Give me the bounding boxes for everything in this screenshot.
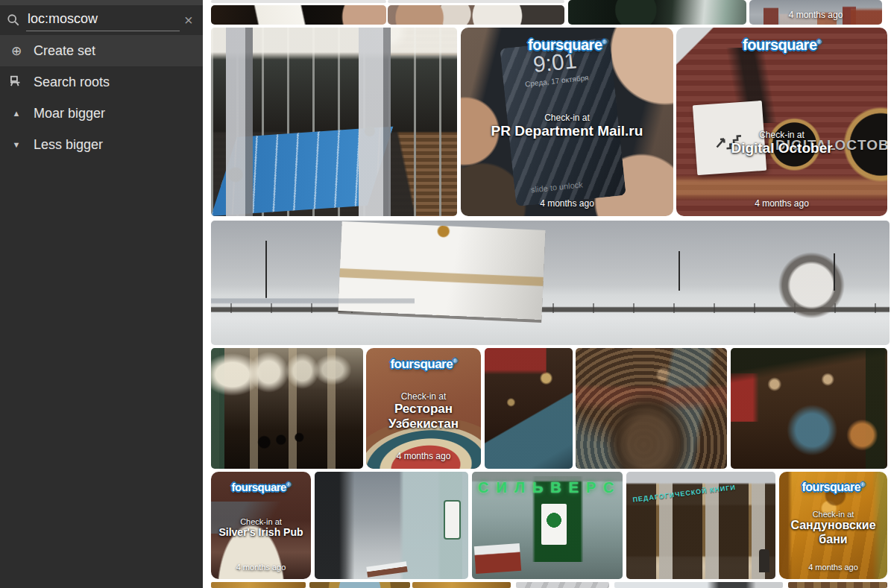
foursquare-logo: foursquare® xyxy=(528,37,606,54)
registered-mark: ® xyxy=(453,358,456,364)
checkin-label: Check-in at xyxy=(785,510,881,519)
search-row: × xyxy=(0,5,203,35)
sidebar-item-label: Moar bigger xyxy=(34,106,105,121)
sidebar: × ⊕ Create set Search roots ▲ Moar bigge… xyxy=(0,0,203,588)
search-input[interactable] xyxy=(26,9,180,31)
photo-sliver xyxy=(211,582,306,588)
photo-tile-restaurant-2[interactable] xyxy=(731,348,887,469)
sidebar-item-search-roots[interactable]: Search roots xyxy=(0,66,203,98)
photo-tile-restaurant-stream[interactable] xyxy=(576,348,727,469)
photo-tile-dark-figure[interactable] xyxy=(568,0,746,25)
venue-name: Ресторан Узбекистан xyxy=(372,402,475,431)
photo-grid: 4 months ago foursquare® 9:01 Среда, 17 … xyxy=(203,0,891,588)
photo-tile-restaurant-1[interactable] xyxy=(485,348,573,469)
photo-tile-bookstore[interactable]: ПЕДАГОГИЧЕСКОЙ КНИГИ xyxy=(626,472,775,579)
easel-stand-icon xyxy=(7,75,25,90)
sidebar-item-label: Search roots xyxy=(34,75,110,90)
photo-sliver xyxy=(614,582,783,588)
sidebar-item-label: Create set xyxy=(34,43,95,59)
foursquare-logo: foursquare® xyxy=(232,481,291,493)
checkin-card-digital-october[interactable]: foursquare® DIGITAL OCTOB Check-in at Di… xyxy=(676,28,887,216)
october-sign-text: OCTOB xyxy=(835,137,887,154)
timestamp: 4 months ago xyxy=(397,451,451,461)
timestamp: 4 months ago xyxy=(808,563,858,572)
neon-sign-text: СИЛЬВЕРС xyxy=(478,479,583,496)
registered-mark: ® xyxy=(286,481,290,488)
sidebar-item-moar-bigger[interactable]: ▲ Moar bigger xyxy=(0,98,203,129)
photo-tile-people[interactable] xyxy=(388,5,564,25)
photo-tile-pub-entrance[interactable]: СИЛЬВЕРС xyxy=(472,472,623,579)
clear-search-icon[interactable]: × xyxy=(180,13,198,28)
photo-sliver xyxy=(309,582,410,588)
checkin-card-silvers[interactable]: foursquare® Check-in at Silver's Irish P… xyxy=(211,472,311,579)
photo-tile-desk[interactable] xyxy=(211,5,386,25)
photo-tile-metro[interactable] xyxy=(211,348,363,469)
circle-plus-icon: ⊕ xyxy=(7,43,25,59)
checkin-text-block: Check-in at Ресторан Узбекистан xyxy=(372,391,475,431)
photo-sliver xyxy=(516,582,609,588)
checkin-card-mailru[interactable]: foursquare® 9:01 Среда, 17 октября slide… xyxy=(461,28,673,216)
photo-tile-cathedral-panorama[interactable] xyxy=(211,221,890,345)
timestamp: 4 months ago xyxy=(540,198,594,209)
phone-unlock-text: slide to unlock xyxy=(531,180,584,195)
photo-tile-pub-alley[interactable] xyxy=(315,472,468,579)
checkin-label: Check-in at xyxy=(731,130,832,140)
registered-mark: ® xyxy=(860,481,864,488)
sidebar-item-label: Less bigger xyxy=(34,137,103,153)
photo-tile-st-basils[interactable]: 4 months ago xyxy=(749,0,882,25)
foursquare-logo: foursquare® xyxy=(802,481,865,494)
foursquare-logo: foursquare® xyxy=(390,357,456,372)
checkin-label: Check-in at xyxy=(491,113,643,123)
photo-tile-mailru-atrium[interactable] xyxy=(211,28,457,216)
sidebar-top-strip xyxy=(0,0,203,5)
registered-mark: ® xyxy=(817,39,821,45)
venue-name: Silver's Irish Pub xyxy=(218,526,303,539)
checkin-card-sanduny[interactable]: foursquare® Check-in at Сандуновские бан… xyxy=(779,472,887,579)
checkin-text-block: Check-in at Digital October xyxy=(731,130,832,157)
registered-mark: ® xyxy=(602,39,606,45)
checkin-text-block: Check-in at PR Department Mail.ru xyxy=(491,113,643,139)
timestamp-overlay: 4 months ago xyxy=(789,10,843,20)
venue-name: Сандуновские бани xyxy=(785,519,881,547)
checkin-card-uzbekistan[interactable]: foursquare® Check-in at Ресторан Узбекис… xyxy=(366,348,481,469)
timestamp: 4 months ago xyxy=(755,198,809,209)
search-icon xyxy=(7,13,20,27)
venue-name: Digital October xyxy=(731,140,832,157)
bookstore-sign-text: ПЕДАГОГИЧЕСКОЙ КНИГИ xyxy=(632,481,752,503)
triangle-up-icon: ▲ xyxy=(7,109,25,118)
sidebar-item-create-set[interactable]: ⊕ Create set xyxy=(0,35,203,66)
checkin-label: Check-in at xyxy=(372,391,475,402)
timestamp: 4 months ago xyxy=(236,563,286,572)
foursquare-logo: foursquare® xyxy=(743,37,821,54)
sidebar-item-less-bigger[interactable]: ▼ Less bigger xyxy=(0,129,203,160)
checkin-text-block: Check-in at Сандуновские бани xyxy=(785,510,881,547)
checkin-text-block: Check-in at Silver's Irish Pub xyxy=(218,517,303,539)
photo-sliver xyxy=(211,0,386,3)
venue-name: PR Department Mail.ru xyxy=(491,123,643,139)
photo-sliver xyxy=(412,582,511,588)
checkin-label: Check-in at xyxy=(218,517,303,526)
triangle-down-icon: ▼ xyxy=(7,140,25,149)
photo-sliver xyxy=(388,0,564,3)
photo-sliver xyxy=(788,582,887,588)
app-window: × ⊕ Create set Search roots ▲ Moar bigge… xyxy=(0,0,891,588)
